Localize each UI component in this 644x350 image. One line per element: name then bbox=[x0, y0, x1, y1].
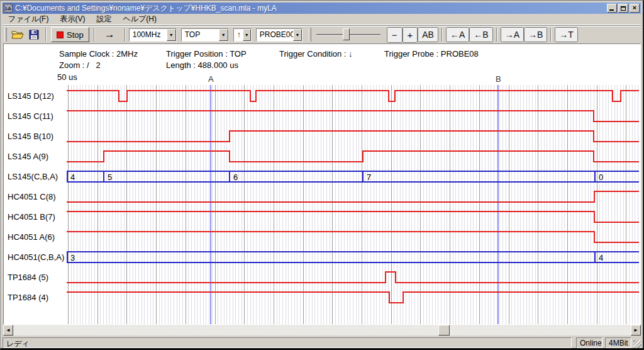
minimize-button[interactable] bbox=[607, 4, 617, 13]
zoom-info: Zoom : / 2 bbox=[59, 60, 101, 70]
trigger-position-value: TOP bbox=[182, 29, 203, 41]
trigger-condition-info: Trigger Condition : ↓ bbox=[279, 49, 353, 59]
channel-label[interactable]: LS145 D(12) bbox=[8, 91, 67, 101]
trigger-probe-select[interactable]: PROBE00 ▼ bbox=[256, 28, 303, 42]
bus-value-label: 4 bbox=[599, 253, 603, 262]
zoom-out-button[interactable]: − bbox=[387, 27, 402, 43]
app-window: LA C:¥Documents and Settings¥noname¥デスクト… bbox=[0, 0, 644, 350]
trigger-probe-value: PROBE00 bbox=[257, 29, 293, 41]
trigger-probe-info: Trigger Probe : PROBE08 bbox=[384, 49, 479, 59]
status-bar: レディ Online 4MBit bbox=[2, 337, 641, 349]
close-icon: × bbox=[633, 4, 636, 11]
sample-rate-value: 100MHz bbox=[130, 29, 164, 41]
time-scale-label: 50 us bbox=[57, 72, 77, 82]
bus-value-label: 6 bbox=[233, 172, 238, 182]
goto-marker-b-button[interactable]: ←B bbox=[469, 27, 492, 42]
minimize-icon bbox=[609, 9, 614, 11]
toolbar-handle[interactable] bbox=[4, 28, 7, 42]
menu-view[interactable]: 表示(V) bbox=[54, 13, 91, 26]
zoom-slider-thumb[interactable] bbox=[343, 28, 350, 40]
app-icon: LA bbox=[4, 4, 13, 13]
bus-value-label: 4 bbox=[70, 172, 75, 182]
channel-label[interactable]: LS145(C,B,A) bbox=[8, 172, 67, 181]
toolbar-separator bbox=[94, 28, 95, 42]
chevron-down-icon[interactable]: ▼ bbox=[243, 29, 251, 41]
menu-settings[interactable]: 設定 bbox=[91, 13, 117, 26]
sample-clock-info: Sample Clock : 2MHz bbox=[59, 49, 138, 59]
set-marker-a-button[interactable]: →A bbox=[501, 27, 524, 42]
scrollbar-thumb[interactable] bbox=[438, 325, 450, 336]
length-info: Length : 488.000 us bbox=[166, 60, 238, 70]
horizontal-scrollbar[interactable]: ◄ ► bbox=[3, 325, 641, 336]
channel-label[interactable]: LS145 A(9) bbox=[8, 152, 67, 161]
toolbar-separator bbox=[441, 28, 443, 42]
bus-value-label: 7 bbox=[367, 172, 371, 182]
goto-marker-a-button[interactable]: ←A bbox=[446, 27, 469, 42]
toolbar: Stop → 100MHz ▼ TOP ▼ ↑ ▼ PROBE00 ▼ − + … bbox=[3, 25, 641, 43]
toolbar-separator bbox=[45, 28, 47, 42]
stop-icon bbox=[57, 31, 64, 38]
channel-label[interactable]: HC4051 C(8) bbox=[8, 192, 67, 201]
channel-label[interactable]: LS145 C(11) bbox=[8, 111, 67, 121]
menu-file[interactable]: ファイル(F) bbox=[3, 13, 54, 26]
open-file-button[interactable] bbox=[9, 27, 26, 42]
menu-help[interactable]: ヘルプ(H) bbox=[117, 13, 162, 26]
stop-label: Stop bbox=[67, 30, 84, 40]
marker-label-b[interactable]: B bbox=[496, 74, 501, 84]
bus-value-label: 0 bbox=[599, 172, 603, 182]
chevron-down-icon[interactable]: ▼ bbox=[219, 29, 228, 41]
resize-grip-icon[interactable] bbox=[633, 340, 641, 348]
channel-label[interactable]: LS145 B(10) bbox=[8, 132, 67, 141]
bus-value-label: 3 bbox=[70, 253, 75, 262]
bus-value-label: 5 bbox=[108, 172, 112, 182]
status-ready: レディ bbox=[3, 337, 572, 348]
channel-label[interactable]: HC4051(C,B,A) bbox=[8, 252, 67, 262]
toolbar-handle[interactable] bbox=[309, 28, 311, 42]
toolbar-separator bbox=[125, 28, 126, 42]
channel-label[interactable]: TP1684 (4) bbox=[8, 293, 67, 302]
goto-trigger-button[interactable]: →T bbox=[555, 27, 578, 42]
channel-label[interactable]: HC4051 B(7) bbox=[8, 212, 67, 222]
zoom-in-button[interactable]: + bbox=[402, 27, 418, 43]
set-marker-b-button[interactable]: →B bbox=[524, 27, 547, 42]
close-button[interactable]: × bbox=[630, 4, 640, 13]
sample-rate-select[interactable]: 100MHz ▼ bbox=[129, 28, 177, 42]
open-folder-icon bbox=[11, 30, 24, 40]
chevron-down-icon[interactable]: ▼ bbox=[293, 29, 302, 41]
channel-label[interactable]: TP1684 (5) bbox=[8, 273, 67, 282]
save-file-button[interactable] bbox=[26, 27, 42, 42]
waveform-panel: Sample Clock : 2MHz Trigger Position : T… bbox=[3, 43, 641, 325]
trigger-edge-select[interactable]: ↑ ▼ bbox=[233, 28, 252, 42]
marker-label-a[interactable]: A bbox=[208, 74, 214, 84]
toolbar-separator bbox=[550, 28, 552, 42]
trigger-edge-value: ↑ bbox=[234, 29, 243, 41]
maximize-button[interactable] bbox=[618, 4, 628, 13]
scroll-right-button[interactable]: ► bbox=[631, 325, 641, 336]
status-online: Online bbox=[576, 337, 602, 348]
trigger-position-select[interactable]: TOP ▼ bbox=[181, 28, 229, 42]
save-floppy-icon bbox=[29, 30, 39, 40]
zoom-slider[interactable] bbox=[315, 28, 382, 42]
channel-label[interactable]: HC4051 A(6) bbox=[8, 232, 67, 242]
menu-bar: ファイル(F) 表示(V) 設定 ヘルプ(H) bbox=[3, 14, 641, 25]
maximize-icon bbox=[621, 6, 626, 11]
waveform-plot[interactable]: 4567034 bbox=[67, 83, 639, 325]
trigger-position-info: Trigger Position : TOP bbox=[166, 49, 247, 59]
toolbar-separator bbox=[496, 28, 497, 42]
window-title: C:¥Documents and Settings¥noname¥デスクトップ¥… bbox=[15, 3, 606, 14]
scroll-left-button[interactable]: ◄ bbox=[3, 325, 13, 336]
run-button[interactable]: → bbox=[98, 28, 121, 41]
chevron-down-icon[interactable]: ▼ bbox=[167, 29, 176, 41]
stop-button[interactable]: Stop bbox=[51, 27, 89, 42]
zoom-ab-button[interactable]: AB bbox=[418, 27, 438, 42]
status-memory: 4MBit bbox=[605, 337, 631, 348]
